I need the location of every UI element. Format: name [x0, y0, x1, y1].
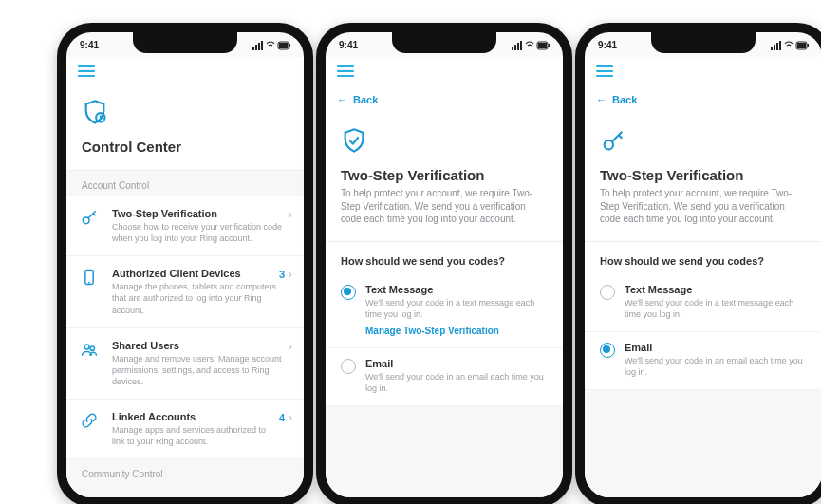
row-desc: Manage apps and services authorized to l… [112, 424, 279, 447]
shield-user-icon [82, 99, 289, 129]
top-bar [585, 57, 821, 85]
header-card: Control Center [66, 85, 304, 171]
phone-tsv-text: 9:41 ← Back Two-Step Verification To hel… [316, 23, 572, 504]
option-title: Email [625, 342, 807, 353]
arrow-left-icon: ← [337, 94, 347, 105]
svg-rect-6 [289, 44, 291, 47]
back-button[interactable]: ← Back [585, 85, 821, 114]
chevron-right-icon: › [289, 411, 292, 424]
svg-rect-3 [261, 41, 263, 50]
arrow-left-icon: ← [596, 94, 606, 105]
device-notch [392, 32, 496, 53]
key-icon [600, 127, 807, 158]
page-subtitle: To help protect your account, we require… [600, 187, 807, 226]
svg-rect-15 [520, 41, 522, 50]
status-indicators [771, 39, 809, 49]
row-desc: Choose how to receive your verification … [112, 221, 285, 244]
users-icon [80, 340, 103, 363]
back-label: Back [612, 94, 637, 105]
status-indicators [252, 39, 290, 49]
status-time: 9:41 [339, 40, 358, 50]
menu-icon[interactable] [596, 65, 613, 77]
svg-rect-20 [774, 45, 775, 50]
option-text-message[interactable]: Text Message We'll send your code in a t… [585, 274, 821, 332]
key-icon [80, 208, 103, 231]
svg-rect-2 [258, 43, 260, 50]
screen: ← Back Two-Step Verification To help pro… [585, 57, 821, 497]
chevron-right-icon: › [289, 268, 292, 281]
svg-point-8 [83, 217, 89, 224]
codes-question: How should we send you codes? [585, 242, 821, 274]
svg-rect-25 [808, 44, 810, 47]
option-title: Text Message [625, 284, 807, 295]
svg-rect-18 [549, 44, 550, 47]
phone-control-center: 9:41 Control Center Account Control Two-… [57, 23, 313, 504]
header-card: Two-Step Verification To help protect yo… [585, 114, 821, 242]
svg-rect-1 [255, 45, 257, 50]
option-desc: We'll send your code in a text message e… [625, 297, 807, 320]
radio-selected-icon [600, 343, 615, 358]
svg-point-10 [84, 345, 89, 349]
back-label: Back [353, 94, 378, 105]
option-title: Text Message [365, 284, 548, 295]
row-title: Authorized Client Devices [112, 268, 279, 279]
top-bar [66, 57, 304, 85]
radio-unselected-icon [341, 359, 356, 374]
row-shared-users[interactable]: Shared Users Manage and remove users. Ma… [66, 328, 304, 400]
screen: ← Back Two-Step Verification To help pro… [326, 57, 563, 497]
row-linked-accounts[interactable]: Linked Accounts Manage apps and services… [66, 400, 304, 459]
row-two-step-verification[interactable]: Two-Step Verification Choose how to rece… [66, 196, 304, 256]
menu-icon[interactable] [78, 65, 95, 77]
page-title: Two-Step Verification [600, 167, 807, 183]
section-account-control: Account Control [66, 171, 304, 196]
option-desc: We'll send your code in an email each ti… [625, 355, 807, 378]
device-notch [133, 32, 237, 53]
option-desc: We'll send your code in an email each ti… [365, 371, 548, 394]
status-indicators [512, 39, 550, 49]
svg-rect-22 [779, 41, 781, 50]
svg-rect-17 [538, 43, 547, 48]
status-time: 9:41 [80, 40, 99, 50]
option-email[interactable]: Email We'll send your code in an email e… [585, 332, 821, 390]
option-email[interactable]: Email We'll send your code in an email e… [326, 348, 563, 406]
option-title: Email [365, 358, 548, 369]
svg-rect-21 [776, 43, 778, 50]
chevron-right-icon: › [289, 340, 292, 353]
option-text-message[interactable]: Text Message We'll send your code in a t… [326, 274, 563, 348]
phone-tsv-email: 9:41 ← Back Two-Step Verification To hel… [575, 23, 821, 504]
radio-selected-icon [341, 285, 356, 300]
back-button[interactable]: ← Back [326, 85, 563, 114]
svg-rect-24 [797, 43, 806, 48]
top-bar [326, 57, 563, 85]
row-count: 4 [279, 412, 285, 423]
row-title: Linked Accounts [112, 411, 279, 422]
row-desc: Manage and remove users. Manage account … [112, 353, 285, 387]
chevron-right-icon: › [289, 208, 292, 221]
device-icon [80, 268, 103, 290]
svg-point-26 [605, 140, 613, 149]
screen: Control Center Account Control Two-Step … [66, 57, 304, 497]
option-desc: We'll send your code in a text message e… [365, 297, 548, 320]
svg-point-11 [90, 346, 94, 350]
status-time: 9:41 [598, 40, 617, 50]
codes-question: How should we send you codes? [326, 242, 563, 274]
row-desc: Manage the phones, tablets and computers… [112, 281, 279, 315]
menu-icon[interactable] [337, 65, 354, 77]
row-title: Two-Step Verification [112, 208, 285, 219]
shield-check-icon [341, 127, 548, 158]
svg-rect-0 [252, 47, 254, 50]
row-authorized-devices[interactable]: Authorized Client Devices Manage the pho… [66, 256, 304, 327]
link-icon [80, 411, 103, 434]
svg-rect-12 [512, 47, 513, 50]
svg-rect-5 [279, 43, 288, 48]
page-title: Control Center [82, 139, 289, 155]
section-community-control: Community Control [66, 459, 304, 485]
device-notch [651, 32, 756, 53]
page-title: Two-Step Verification [341, 167, 548, 183]
manage-tsv-link[interactable]: Manage Two-Step Verification [365, 326, 548, 336]
page-subtitle: To help protect your account, we require… [341, 187, 548, 226]
svg-rect-19 [771, 47, 773, 50]
svg-rect-14 [517, 43, 519, 50]
radio-unselected-icon [600, 285, 615, 300]
header-card: Two-Step Verification To help protect yo… [326, 114, 563, 242]
